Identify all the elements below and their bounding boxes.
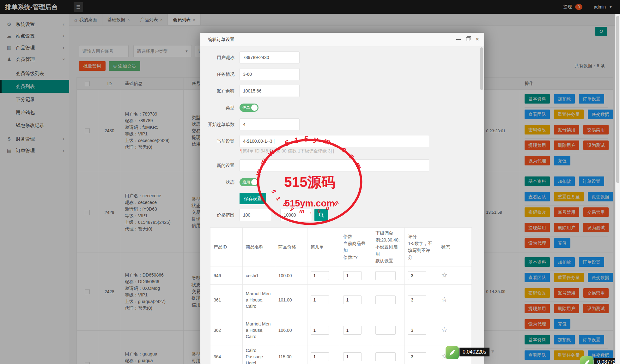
product-name: ceshi1 — [242, 266, 275, 285]
star-icon[interactable]: ☆ — [441, 271, 447, 279]
scrollbar-thumb[interactable] — [616, 16, 619, 183]
product-price: 100.00 — [275, 266, 307, 285]
modal-scrollbar-thumb[interactable] — [480, 47, 483, 90]
multiple-input[interactable] — [343, 352, 362, 361]
star-icon[interactable]: ☆ — [441, 326, 447, 334]
watermark-sub-text: 515ym.com — [285, 198, 335, 208]
product-multiple-cell — [340, 315, 372, 345]
toggle-knob — [251, 104, 258, 111]
product-col-header: 产品ID — [210, 228, 243, 266]
rating-input[interactable] — [408, 352, 426, 361]
type-toggle[interactable]: 连单 — [240, 104, 258, 112]
product-commission-cell — [372, 285, 405, 315]
nickname-label: 用户昵称 — [200, 51, 234, 63]
product-nth-cell — [307, 315, 340, 345]
rating-input[interactable] — [408, 295, 426, 304]
product-rating-cell — [405, 345, 438, 364]
type-label: 类型 — [200, 102, 234, 114]
watermark-arc-top: w w w . 5 1 5 y m . c o m — [253, 134, 364, 177]
commission-input[interactable] — [375, 326, 396, 335]
product-price: 101.00 — [275, 285, 307, 315]
rating-input[interactable] — [408, 326, 426, 335]
product-price: 106.00 — [275, 315, 307, 345]
star-icon[interactable]: ☆ — [441, 295, 447, 303]
nth-order-input[interactable] — [311, 326, 329, 335]
product-multiple-cell — [340, 345, 372, 364]
start-count-label: 开始连单单数 — [200, 118, 234, 130]
maximize-icon[interactable] — [466, 37, 470, 41]
product-nth-cell — [307, 266, 340, 285]
rating-input[interactable] — [408, 271, 426, 280]
task-input[interactable] — [240, 68, 300, 80]
close-icon[interactable]: × — [476, 36, 479, 43]
product-status-cell: ☆ — [438, 266, 472, 285]
svg-text:w w w . 5 1 5 y m . c o m: w w w . 5 1 5 y m . c o m — [253, 134, 364, 177]
watermark-stamp: w w w . 5 1 5 y m . c o m 5 1 5 y m . c … — [246, 128, 373, 236]
watermark-center-text: 515源码 — [284, 174, 335, 190]
product-id: 361 — [210, 285, 243, 315]
product-rating-cell — [405, 266, 438, 285]
nth-order-input[interactable] — [311, 352, 329, 361]
product-name: Marriott Men a House, Cairo — [242, 315, 275, 345]
product-commission-cell — [372, 345, 405, 364]
triangle-down-icon: ▼ — [490, 349, 495, 354]
current-setting-label: 当前设置 — [200, 135, 234, 147]
commission-input[interactable] — [375, 352, 396, 361]
product-rating-cell — [405, 315, 438, 345]
commission-input[interactable] — [375, 295, 396, 304]
product-row: 361Marriott Men a House, Cairo101.00☆ — [210, 285, 472, 315]
product-row: 946ceshi1100.00☆ — [210, 266, 472, 285]
product-name: Cairo Passage Hotel — [242, 345, 275, 364]
product-row: 364Cairo Passage Hotel115.00☆ — [210, 345, 472, 364]
page-scrollbar[interactable] — [615, 14, 620, 364]
product-col-header: 状态 — [438, 228, 472, 266]
modal-products-table: 产品ID商品名称商品价格第几单倍数 当前商品叠加 倍数:*?下级佣金 例:20,… — [210, 227, 472, 364]
product-nth-cell — [307, 345, 340, 364]
product-commission-cell — [372, 315, 405, 345]
nth-order-input[interactable] — [311, 295, 329, 304]
product-id: 362 — [210, 315, 243, 345]
product-id: 364 — [210, 345, 243, 364]
leaf-icon — [446, 346, 459, 359]
product-status-cell: ☆ — [438, 285, 472, 315]
product-col-header: 评分 1-5数字，不 填写则不评分 — [405, 228, 438, 266]
product-multiple-cell — [340, 266, 372, 285]
type-toggle-label: 连单 — [242, 105, 250, 110]
product-status-cell: ☆ — [438, 315, 472, 345]
commission-input[interactable] — [375, 271, 396, 280]
minimize-icon[interactable] — [456, 39, 461, 40]
product-nth-cell — [307, 285, 340, 315]
product-multiple-cell — [340, 285, 372, 315]
product-name: Marriott Men a House, Cairo — [242, 285, 275, 315]
perf-time: 0.040220s — [459, 348, 489, 356]
new-setting-label: 新的设置 — [200, 159, 234, 171]
price-range-label: 价格范围 — [200, 209, 234, 221]
perf-badge: 0.087720s ▼ — [580, 356, 620, 364]
product-rating-cell — [405, 285, 438, 315]
perf-badge: 0.040220s ▼ — [446, 346, 495, 359]
task-label: 任务情况 — [200, 68, 234, 80]
balance-input[interactable] — [240, 85, 300, 97]
product-price: 115.00 — [275, 345, 307, 364]
product-id: 946 — [210, 266, 243, 285]
nickname-input[interactable] — [240, 51, 300, 63]
multiple-input[interactable] — [343, 295, 362, 304]
multiple-input[interactable] — [343, 271, 362, 280]
multiple-input[interactable] — [343, 326, 362, 335]
product-col-header: 下级佣金 例:20,30,40; 不设置则启用 默认设置 — [372, 228, 405, 266]
status-label: 状态 — [200, 176, 234, 188]
product-commission-cell — [372, 266, 405, 285]
modal-title: 编辑订单设置 — [208, 33, 234, 46]
modal-titlebar: 编辑订单设置 × — [200, 33, 484, 46]
product-row: 362Marriott Men a House, Cairo106.00☆ — [210, 315, 472, 345]
leaf-icon — [580, 356, 593, 364]
balance-label: 账户余额 — [200, 85, 234, 97]
nth-order-input[interactable] — [311, 271, 329, 280]
